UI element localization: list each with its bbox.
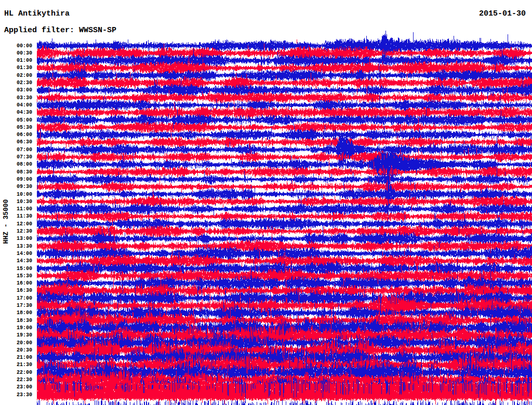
time-axis: 00:0000:3001:0001:3002:0002:3003:0003:30… [0, 0, 33, 405]
time-tick-label: 13:30 [17, 244, 32, 249]
time-tick-label: 13:00 [17, 236, 32, 241]
time-tick-label: 18:30 [17, 318, 32, 323]
time-tick-label: 12:30 [17, 228, 32, 234]
time-tick-label: 01:30 [17, 65, 32, 71]
time-tick-label: 17:00 [17, 295, 32, 301]
time-tick-label: 21:00 [17, 355, 32, 360]
time-tick-label: 17:30 [17, 303, 32, 308]
time-tick-label: 03:00 [17, 87, 32, 93]
time-tick-label: 00:00 [17, 43, 32, 49]
time-tick-label: 15:00 [17, 266, 32, 272]
time-tick-label: 16:00 [17, 280, 32, 286]
time-tick-label: 10:30 [17, 199, 32, 205]
helicorder-traces [37, 0, 532, 405]
time-tick-label: 14:30 [17, 258, 32, 264]
time-tick-label: 08:30 [17, 169, 32, 175]
time-tick-label: 05:30 [17, 125, 32, 130]
time-tick-label: 20:00 [17, 340, 32, 346]
time-tick-label: 18:00 [17, 310, 32, 316]
time-tick-label: 00:30 [17, 50, 32, 56]
time-tick-label: 05:00 [17, 117, 32, 123]
time-tick-label: 02:30 [17, 80, 32, 86]
time-tick-label: 12:00 [17, 221, 32, 227]
time-tick-label: 06:30 [17, 139, 32, 145]
time-tick-label: 11:00 [17, 206, 32, 212]
time-tick-label: 10:00 [17, 192, 32, 197]
time-tick-label: 20:30 [17, 347, 32, 353]
time-tick-label: 04:00 [17, 102, 32, 108]
time-tick-label: 22:30 [17, 377, 32, 383]
time-tick-label: 15:30 [17, 273, 32, 279]
time-tick-label: 19:30 [17, 332, 32, 338]
time-tick-label: 03:30 [17, 95, 32, 101]
time-tick-label: 21:30 [17, 362, 32, 368]
time-tick-label: 09:30 [17, 184, 32, 190]
time-tick-label: 07:30 [17, 154, 32, 160]
time-tick-label: 09:00 [17, 177, 32, 182]
time-tick-label: 19:00 [17, 325, 32, 331]
time-tick-label: 01:00 [17, 58, 32, 63]
time-tick-label: 11:30 [17, 213, 32, 219]
time-tick-label: 08:00 [17, 161, 32, 167]
time-tick-label: 23:30 [17, 392, 32, 398]
time-tick-label: 02:00 [17, 73, 32, 78]
time-tick-label: 06:00 [17, 132, 32, 138]
time-tick-label: 04:30 [17, 110, 32, 115]
time-tick-label: 14:00 [17, 251, 32, 256]
time-tick-label: 16:30 [17, 288, 32, 293]
time-tick-label: 22:00 [17, 370, 32, 375]
time-tick-label: 07:00 [17, 147, 32, 153]
time-tick-label: 23:00 [17, 384, 32, 390]
